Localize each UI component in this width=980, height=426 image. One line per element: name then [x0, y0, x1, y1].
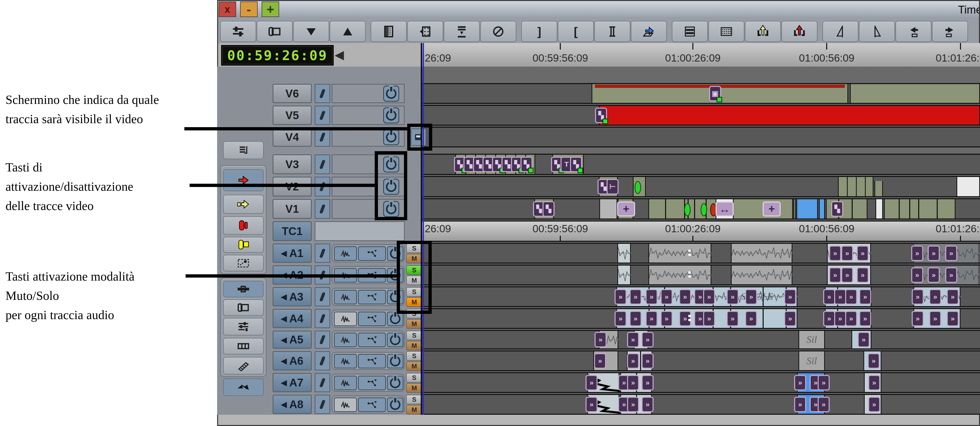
effect-icon-audio[interactable]: »: [823, 289, 835, 305]
timeline-clip[interactable]: [648, 244, 711, 263]
toolbar-button-trim-a[interactable]: [822, 21, 858, 42]
effect-icon-checker[interactable]: ▚: [595, 108, 607, 123]
track-lane-a5[interactable]: »»»Sil»: [422, 330, 980, 349]
effect-icon-audio[interactable]: »: [868, 397, 880, 412]
pencil-cell-a5[interactable]: [315, 331, 330, 349]
effect-icon-arrows[interactable]: ↔: [716, 201, 733, 217]
effect-icon-audio[interactable]: »: [834, 311, 846, 326]
timeline-ruler[interactable]: 26:0900:59:56:0901:00:26:0901:00:56:0901…: [422, 43, 980, 68]
mute-button-a5[interactable]: M: [406, 341, 422, 350]
effect-icon-audio[interactable]: »: [585, 397, 598, 412]
timeline-clip[interactable]: [617, 266, 631, 284]
timeline-clip[interactable]: ▚: [826, 199, 867, 219]
effect-icon-audio[interactable]: »: [947, 311, 959, 326]
effect-icon-audio[interactable]: »: [595, 332, 606, 348]
sidebar-button-film-frame[interactable]: [223, 299, 264, 316]
sidebar-button-yellow-arrow[interactable]: [223, 195, 264, 214]
effect-icon-audio[interactable]: »: [614, 311, 627, 326]
solo-button-a5[interactable]: S: [406, 331, 422, 340]
timeline-clip[interactable]: »: [864, 395, 881, 414]
sidebar-button-list-menu[interactable]: [223, 141, 264, 159]
toolbar-button-add-edit[interactable]: [594, 21, 630, 42]
automation-button[interactable]: [358, 246, 386, 261]
automation-button[interactable]: [358, 376, 386, 390]
effect-icon-audio[interactable]: »: [646, 289, 658, 305]
effect-icon-audio[interactable]: »: [928, 267, 940, 283]
waveform-button[interactable]: [334, 246, 357, 261]
effect-icon-audio[interactable]: »: [858, 332, 870, 348]
effect-icon-audio[interactable]: »: [627, 353, 639, 369]
track-lane-v1[interactable]: ▚▚+↔+▚: [422, 198, 980, 220]
timeline-clip[interactable]: ▚T▚: [552, 155, 584, 174]
pencil-cell-a8[interactable]: [315, 395, 330, 414]
track-name-tc1[interactable]: TC1: [273, 221, 312, 241]
effect-icon-audio[interactable]: »: [947, 289, 959, 305]
timeline-clip[interactable]: [633, 177, 646, 196]
timeline-clip[interactable]: Sil: [799, 331, 825, 348]
effect-icon-audio[interactable]: »: [929, 311, 941, 326]
pencil-cell-a1[interactable]: [315, 244, 330, 263]
waveform-button[interactable]: [334, 290, 357, 304]
waveform-button[interactable]: [334, 376, 357, 390]
mute-button-a4[interactable]: M: [406, 319, 422, 329]
timeline-clip[interactable]: [819, 199, 825, 219]
toolbar-button-step-down[interactable]: [293, 21, 329, 42]
effect-icon-audio[interactable]: »: [703, 311, 715, 326]
timeline-clip[interactable]: [838, 177, 873, 196]
effect-icon-audio[interactable]: »: [945, 246, 957, 261]
effect-icon-audio[interactable]: »: [945, 267, 957, 283]
effect-icon-audio[interactable]: »: [784, 289, 796, 305]
effect-icon-audio[interactable]: »: [641, 397, 654, 412]
effect-icon-audio[interactable]: »: [679, 289, 691, 305]
toolbar-button-disable[interactable]: [480, 21, 516, 42]
timeline-clip[interactable]: »»»»: [825, 309, 872, 328]
effect-icon-audio[interactable]: »: [829, 246, 841, 261]
effect-icon-audio[interactable]: »: [829, 267, 841, 283]
effect-icon-audio[interactable]: »: [857, 267, 869, 283]
timeline-clip[interactable]: [617, 244, 631, 263]
timeline-clip[interactable]: »»»: [620, 395, 652, 414]
track-lane-v6[interactable]: ▣: [422, 83, 980, 104]
track-name-a3[interactable]: ◀A3: [273, 287, 312, 306]
toolbar-button-filmstrip[interactable]: [708, 21, 745, 42]
waveform-button[interactable]: [334, 333, 357, 347]
pencil-cell-a7[interactable]: [315, 373, 330, 392]
timeline-clip[interactable]: [884, 199, 956, 219]
effect-icon-audio[interactable]: »: [928, 246, 940, 261]
timeline-clip[interactable]: ▣: [592, 84, 848, 103]
toolbar-button-lift[interactable]: [745, 21, 781, 42]
toolbar-button-step-up[interactable]: [330, 21, 366, 42]
effect-icon-audio[interactable]: »: [912, 311, 924, 326]
track-lane-a4[interactable]: »»»»»»»»»»»»»»»»»: [422, 308, 980, 329]
track-lane-a8[interactable]: »»»»»»»»: [422, 394, 980, 415]
toolbar-button-mark-out[interactable]: ]: [521, 21, 557, 42]
toolbar-button-trim-right[interactable]: [932, 21, 968, 42]
timeline-clip[interactable]: [875, 199, 883, 219]
pencil-cell-a3[interactable]: [315, 287, 330, 306]
toolbar-button-dissolve[interactable]: [371, 21, 407, 42]
effect-icon-checker[interactable]: ▚: [542, 201, 555, 217]
timeline-clip[interactable]: »»»»: [825, 287, 872, 306]
track-name-v6[interactable]: V6: [273, 84, 312, 103]
timeline-clip[interactable]: »: [851, 331, 872, 348]
timeline-clip[interactable]: [875, 181, 883, 196]
track-name-a7[interactable]: ◀A7: [273, 373, 312, 392]
timeline-clip[interactable]: [599, 199, 617, 219]
pencil-cell-v6[interactable]: [315, 84, 330, 103]
effect-icon-plusbig[interactable]: +: [763, 201, 781, 217]
track-name-v5[interactable]: V5: [273, 105, 312, 125]
toolbar-button-trim-b[interactable]: [859, 21, 895, 42]
effect-icon-audio[interactable]: »: [929, 289, 941, 305]
effect-icon-audio[interactable]: »: [614, 289, 627, 305]
waveform-button[interactable]: [334, 397, 357, 412]
toolbar-button-track-sliders[interactable]: [220, 21, 256, 42]
timecode-collapse-arrow-icon[interactable]: ◀: [335, 48, 344, 62]
effect-icon-audio[interactable]: »: [911, 267, 923, 283]
effect-icon-audio[interactable]: »: [868, 353, 880, 369]
effect-icon-audio[interactable]: »: [818, 397, 830, 412]
timeline-clip[interactable]: »: [587, 395, 619, 414]
track-power-button-v6[interactable]: [383, 86, 399, 102]
pencil-cell-v1[interactable]: [315, 199, 330, 219]
timeline-clip[interactable]: »»»: [827, 266, 871, 284]
track-name-a5[interactable]: ◀A5: [273, 331, 312, 349]
